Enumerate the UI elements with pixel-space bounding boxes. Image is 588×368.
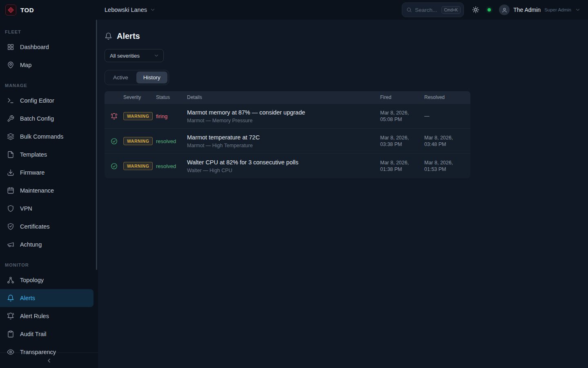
column-severity: Severity xyxy=(123,94,156,100)
avatar xyxy=(499,4,510,15)
sidebar-item-bulk-commands[interactable]: Bulk Commands xyxy=(0,128,94,146)
sidebar-item-label: Topology xyxy=(20,277,44,283)
sidebar-section-manage: MANAGE xyxy=(0,79,98,92)
grid-icon xyxy=(7,43,14,51)
alerts-table: Severity Status Details Fired Resolved W… xyxy=(105,91,470,178)
sidebar-item-label: Templates xyxy=(20,151,47,158)
column-resolved: Resolved xyxy=(424,94,470,100)
user-name: The Admin xyxy=(513,7,541,13)
sidebar-item-achtung[interactable]: Achtung xyxy=(0,236,94,254)
sun-icon xyxy=(472,6,479,13)
fired-cell: Mar 8, 2026, 05:08 PM xyxy=(380,110,424,123)
sidebar-item-vpn[interactable]: VPN xyxy=(0,200,94,218)
shield-check-icon xyxy=(7,223,14,230)
tod-logo-icon xyxy=(5,4,16,16)
sidebar-item-label: Batch Config xyxy=(20,115,54,122)
table-header-row: Severity Status Details Fired Resolved xyxy=(105,91,470,103)
details-cell: Marmot temperature at 72C Marmot — High … xyxy=(187,134,380,148)
sidebar-item-map[interactable]: Map xyxy=(0,56,94,74)
sidebar-item-certificates[interactable]: Certificates xyxy=(0,218,94,236)
chevron-down-icon xyxy=(154,53,159,58)
sidebar-section-monitor: MONITOR xyxy=(0,258,98,271)
column-details: Details xyxy=(187,94,380,100)
severity-badge: WARNING xyxy=(123,162,153,170)
download-icon xyxy=(7,169,14,176)
tab-active[interactable]: Active xyxy=(106,72,135,83)
terminal-icon xyxy=(7,97,14,104)
user-role-badge: Super Admin xyxy=(544,7,571,12)
clipboard-icon xyxy=(7,330,14,338)
sidebar-collapse-button[interactable] xyxy=(46,357,52,364)
severity-cell: WARNING xyxy=(123,112,156,120)
app-root: TOD Lebowski Lanes Cmd+K xyxy=(0,0,588,368)
sidebar-scrollbar[interactable] xyxy=(96,20,97,270)
fired-cell: Mar 8, 2026, 03:38 PM xyxy=(380,135,424,148)
sidebar-item-topology[interactable]: Topology xyxy=(0,271,94,289)
search-icon xyxy=(406,7,412,13)
sidebar-item-label: Config Editor xyxy=(20,97,54,104)
alert-subtitle: Marmot — Memory Pressure xyxy=(187,118,380,123)
sidebar-item-label: Bulk Commands xyxy=(20,133,63,140)
severity-badge: WARNING xyxy=(123,112,153,120)
search-input[interactable] xyxy=(415,7,438,13)
sidebar-item-label: Certificates xyxy=(20,223,50,230)
wrench-icon xyxy=(7,115,14,122)
org-selector[interactable]: Lebowski Lanes xyxy=(105,7,156,13)
bell-icon xyxy=(105,32,112,40)
sidebar-item-alerts[interactable]: Alerts xyxy=(0,289,94,307)
table-row[interactable]: WARNING resolved Walter CPU at 82% for 3… xyxy=(105,153,470,178)
org-selector-label: Lebowski Lanes xyxy=(105,7,147,13)
severity-filter-select[interactable]: All severities xyxy=(105,49,164,62)
sidebar-item-firmware[interactable]: Firmware xyxy=(0,164,94,182)
shield-icon xyxy=(7,205,14,212)
status-cell: resolved xyxy=(156,138,187,144)
main-content: Alerts All severities Active History Sev… xyxy=(98,20,588,368)
check-circle-icon xyxy=(105,163,123,170)
details-cell: Marmot memory at 87% — consider upgrade … xyxy=(187,109,380,123)
sidebar-item-audit-trail[interactable]: Audit Trail xyxy=(0,325,94,343)
page-header: Alerts xyxy=(105,31,588,41)
user-menu[interactable]: The Admin Super Admin xyxy=(499,4,581,15)
sidebar-item-alert-rules[interactable]: Alert Rules xyxy=(0,307,94,325)
alerts-tabs: Active History xyxy=(105,70,169,85)
map-pin-icon xyxy=(7,61,14,69)
search-shortcut-badge: Cmd+K xyxy=(441,6,461,14)
resolved-cell: Mar 8, 2026, 01:53 PM xyxy=(424,159,470,173)
fired-cell: Mar 8, 2026, 01:38 PM xyxy=(380,159,424,173)
tab-history[interactable]: History xyxy=(136,72,167,83)
sidebar-item-label: Dashboard xyxy=(20,44,49,50)
bell-alert-icon xyxy=(105,113,123,120)
sidebar-item-batch-config[interactable]: Batch Config xyxy=(0,110,94,128)
sidebar-item-templates[interactable]: Templates xyxy=(0,146,94,164)
sidebar-item-label: Alert Rules xyxy=(20,313,49,319)
severity-filter-value: All severities xyxy=(110,53,140,59)
calendar-icon xyxy=(7,187,14,194)
status-cell: resolved xyxy=(156,163,187,169)
sidebar-item-dashboard[interactable]: Dashboard xyxy=(0,38,94,56)
resolved-cell: — xyxy=(424,113,470,120)
sidebar-item-label: Audit Trail xyxy=(20,331,46,337)
bell-ring-icon xyxy=(7,312,14,320)
sidebar-item-config-editor[interactable]: Config Editor xyxy=(0,92,94,110)
sidebar-item-label: VPN xyxy=(20,205,32,212)
sidebar-item-label: Alerts xyxy=(20,295,35,301)
topology-icon xyxy=(7,276,14,284)
sidebar-item-maintenance[interactable]: Maintenance xyxy=(0,182,94,200)
sidebar-section-fleet: FLEET xyxy=(0,25,98,38)
check-circle-icon xyxy=(105,138,123,145)
chevron-down-icon xyxy=(575,7,581,13)
alert-subtitle: Marmot — High Temperature xyxy=(187,143,380,148)
table-row[interactable]: WARNING firing Marmot memory at 87% — co… xyxy=(105,103,470,128)
column-status: Status xyxy=(156,94,187,100)
sidebar-item-label: Map xyxy=(20,62,31,68)
global-search[interactable]: Cmd+K xyxy=(402,2,464,17)
sidebar-item-label: Firmware xyxy=(20,169,45,176)
alert-subtitle: Walter — High CPU xyxy=(187,168,380,173)
topbar: TOD Lebowski Lanes Cmd+K xyxy=(0,0,588,20)
alert-title: Marmot memory at 87% — consider upgrade xyxy=(187,109,380,116)
theme-toggle-button[interactable] xyxy=(472,6,479,13)
connection-status-dot xyxy=(488,8,491,11)
chevron-left-icon xyxy=(46,357,52,364)
table-row[interactable]: WARNING resolved Marmot temperature at 7… xyxy=(105,128,470,153)
sidebar: FLEET Dashboard Map MANAGE Config Editor… xyxy=(0,20,98,368)
